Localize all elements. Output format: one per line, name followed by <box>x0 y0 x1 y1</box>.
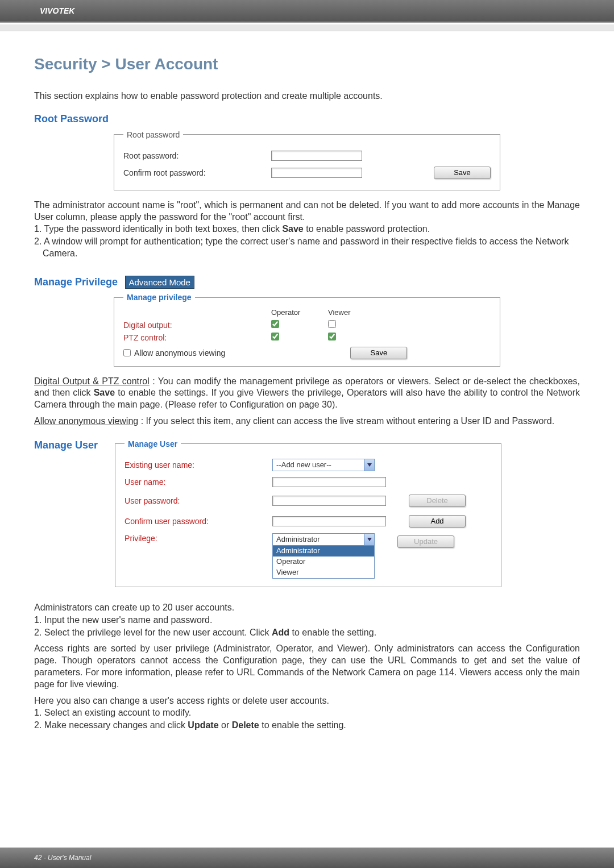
step-text: 2. A window will prompt for authenticati… <box>43 236 580 260</box>
ptz-control-operator-checkbox[interactable] <box>271 333 279 340</box>
operator-col-header: Operator <box>271 308 328 318</box>
step-text: 2. Select the privilege level for the ne… <box>34 628 272 637</box>
digital-output-label: Digital output: <box>123 320 271 330</box>
ptz-control-viewer-checkbox[interactable] <box>328 333 336 340</box>
section-manage-privilege: Manage Privilege <box>34 276 118 289</box>
footer-text: 42 - User's Manual <box>34 854 91 862</box>
brand-text: VIVOTEK <box>40 6 74 15</box>
digital-output-operator-checkbox[interactable] <box>271 320 279 328</box>
header-bar: VIVOTEK <box>0 0 614 23</box>
divider <box>0 24 614 31</box>
para-lead: Digital Output & PTZ control <box>34 376 150 386</box>
user-password-input[interactable] <box>272 496 386 506</box>
existing-user-value: --Add new user-- <box>273 460 364 470</box>
manage-user-para3: Here you also can change a user's access… <box>34 695 580 707</box>
step-text: 2. Make necessary changes and click <box>34 720 188 730</box>
save-root-password-button[interactable]: Save <box>434 167 491 179</box>
allow-anon-para: Allow anonymous viewing : If you select … <box>34 416 580 427</box>
root-password-fieldset: Root password Root password: Confirm roo… <box>114 130 500 190</box>
allow-body: : If you select this item, any client ca… <box>141 416 554 426</box>
confirm-root-password-label: Confirm root password: <box>123 168 271 178</box>
privilege-select[interactable]: Administrator <box>272 533 375 546</box>
step-text: 1. Type the password identically in both… <box>34 224 282 234</box>
privilege-option-admin[interactable]: Administrator <box>273 546 374 556</box>
privilege-option-operator[interactable]: Operator <box>273 556 374 567</box>
chevron-down-icon <box>364 534 374 545</box>
root-password-input[interactable] <box>271 151 362 161</box>
step-bold: Add <box>272 628 289 637</box>
save-privilege-button[interactable]: Save <box>350 347 407 359</box>
manage-user-step3: 1. Select an existing account to modify. <box>34 707 580 719</box>
root-password-steps: 1. Type the password identically in both… <box>34 223 580 259</box>
allow-anonymous-checkbox[interactable] <box>123 349 131 356</box>
viewer-col-header: Viewer <box>328 308 385 318</box>
manage-privilege-fieldset: Manage privilege Operator Viewer Digital… <box>114 292 500 366</box>
root-password-label: Root password: <box>123 151 271 161</box>
confirm-user-password-input[interactable] <box>272 516 386 526</box>
step-text: or <box>221 720 232 730</box>
step-bold: Delete <box>232 720 259 730</box>
footer-bar: 42 - User's Manual <box>0 848 614 868</box>
manage-user-step1: 1. Input the new user's name and passwor… <box>34 614 580 626</box>
step-bold: Update <box>188 720 218 730</box>
confirm-user-password-label: Confirm user password: <box>125 516 272 526</box>
manage-user-fieldset: Manage User Existing user name: --Add ne… <box>115 439 501 587</box>
user-name-input[interactable] <box>272 477 386 487</box>
user-name-label: User name: <box>125 477 272 487</box>
step-text: to enable the setting. <box>292 628 377 637</box>
root-password-legend: Root password <box>123 130 183 140</box>
confirm-root-password-input[interactable] <box>271 168 362 178</box>
privilege-dropdown[interactable]: Administrator Operator Viewer <box>272 545 375 579</box>
add-user-button[interactable]: Add <box>409 515 466 528</box>
para-save: Save <box>94 388 115 397</box>
user-password-label: User password: <box>125 496 272 506</box>
step-bold: Save <box>282 224 303 234</box>
page-title: Security > User Account <box>34 54 580 74</box>
manage-privilege-legend: Manage privilege <box>123 292 195 302</box>
privilege-label: Privilege: <box>125 533 272 543</box>
privilege-value: Administrator <box>273 535 364 545</box>
delete-user-button[interactable]: Delete <box>409 495 466 507</box>
manage-user-para1: Administrators can create up to 20 user … <box>34 602 580 614</box>
chevron-down-icon <box>364 459 374 471</box>
step-text: to enable password protection. <box>306 224 430 234</box>
ptz-control-label: PTZ control: <box>123 333 271 343</box>
section-root-password: Root Password <box>34 113 580 126</box>
existing-user-label: Existing user name: <box>125 460 272 470</box>
root-password-para1: The administrator account name is "root"… <box>34 200 580 223</box>
step-text: to enable the setting. <box>262 720 346 730</box>
para-tail: to enable the settings. If you give View… <box>34 388 580 409</box>
digital-output-viewer-checkbox[interactable] <box>328 320 336 328</box>
privilege-para: Digital Output & PTZ control : You can m… <box>34 376 580 411</box>
manage-user-legend: Manage User <box>125 439 181 449</box>
manage-user-para2: Access rights are sorted by user privile… <box>34 643 580 690</box>
allow-anonymous-label: Allow anonymous viewing <box>134 348 225 358</box>
allow-lead: Allow anonymous viewing <box>34 416 138 426</box>
privilege-option-viewer[interactable]: Viewer <box>273 567 374 578</box>
advanced-mode-badge: Advanced Mode <box>125 276 194 289</box>
update-user-button[interactable]: Update <box>397 535 454 548</box>
section-manage-user: Manage User <box>34 439 98 452</box>
existing-user-select[interactable]: --Add new user-- <box>272 459 375 471</box>
intro-text: This section explains how to enable pass… <box>34 90 580 102</box>
